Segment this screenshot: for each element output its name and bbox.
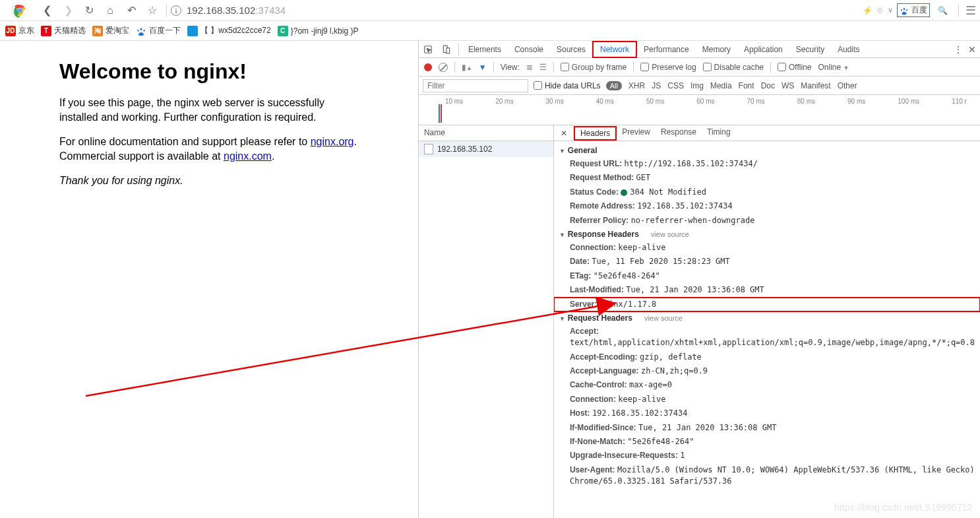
devtools-more-icon[interactable]: ⋮ (954, 44, 963, 55)
forward-button[interactable]: ❯ (58, 1, 78, 20)
clear-button[interactable] (439, 63, 448, 72)
header-row: Request URL: http://192.168.35.102:37434… (554, 157, 980, 171)
bookmark-label: 【 】wx5d2c2cce72 (200, 25, 271, 36)
section-request-headers[interactable]: Request Headersview source (554, 311, 980, 325)
close-detail-icon[interactable]: ✕ (557, 129, 571, 138)
network-timeline[interactable]: 10 ms20 ms30 ms40 ms50 ms60 ms70 ms80 ms… (419, 95, 980, 125)
detail-tab-preview[interactable]: Preview (617, 126, 656, 141)
filter-input[interactable] (423, 79, 528, 92)
page-paragraph-1: If you see this page, the nginx web serv… (59, 96, 359, 124)
header-row: If-Modified-Since: Tue, 21 Jan 2020 13:3… (554, 421, 980, 435)
device-icon[interactable] (437, 45, 456, 54)
view-waterfall-icon[interactable]: ☰ (539, 63, 547, 72)
header-row: Accept: text/html,application/xhtml+xml,… (554, 325, 980, 350)
detail-tab-headers[interactable]: Headers (574, 126, 617, 141)
browser-logo (4, 1, 36, 20)
url-port: :37434 (255, 5, 286, 16)
devtools-close-icon[interactable]: ✕ (968, 44, 976, 55)
filter-type-ws[interactable]: WS (781, 81, 794, 90)
back-button[interactable]: ❮ (37, 1, 57, 20)
bookmark-item[interactable]: C}?om -jinj9 l,kbig )P (278, 26, 359, 36)
header-row: User-Agent: Mozilla/5.0 (Windows NT 10.0… (554, 463, 980, 489)
throttle-select[interactable]: Online ▼ (818, 63, 849, 72)
tab-audits[interactable]: Audits (831, 41, 866, 58)
disable-cache-checkbox[interactable]: Disable cache (703, 63, 764, 72)
tab-application[interactable]: Application (737, 41, 789, 58)
bookmark-item[interactable]: JD京东 (5, 25, 34, 36)
star-button[interactable]: ☆ (142, 1, 162, 20)
bookmark-item[interactable]: 淘爱淘宝 (92, 25, 129, 36)
tab-elements[interactable]: Elements (462, 41, 508, 58)
site-info-icon[interactable]: i (171, 5, 181, 16)
preserve-log-checkbox[interactable]: Preserve log (640, 63, 696, 72)
header-row: Status Code: 304 Not Modified (554, 185, 980, 199)
reload-button[interactable]: ↻ (79, 1, 99, 20)
tab-memory[interactable]: Memory (696, 41, 737, 58)
chevron-down-icon[interactable]: ∨ (888, 6, 893, 15)
search-icon[interactable]: 🔍 (938, 6, 948, 15)
bookmark-icon: JD (5, 26, 16, 36)
filter-type-media[interactable]: Media (710, 81, 732, 90)
filter-type-css[interactable]: CSS (667, 81, 684, 90)
request-row[interactable]: 192.168.35.102 (419, 141, 553, 157)
svg-rect-6 (446, 48, 450, 53)
filter-type-img[interactable]: Img (690, 81, 704, 90)
view-source-link[interactable]: view source (644, 314, 683, 322)
filter-type-doc[interactable]: Doc (761, 81, 775, 90)
offline-checkbox[interactable]: Offline (778, 63, 811, 72)
header-row: Connection: keep-alive (554, 241, 980, 255)
header-row: ETag: "5e26fe48-264" (554, 269, 980, 283)
filter-type-all[interactable]: All (606, 81, 622, 90)
inspect-icon[interactable] (419, 45, 437, 54)
header-row: Request Method: GET (554, 171, 980, 185)
hide-data-urls-checkbox[interactable]: Hide data URLs (534, 81, 601, 90)
detail-tab-response[interactable]: Response (656, 126, 702, 141)
page-thank-you: Thank you for using nginx. (59, 174, 359, 188)
view-source-link[interactable]: view source (651, 230, 689, 238)
bookmark-label: 京东 (18, 25, 34, 36)
bookmark-icon (136, 26, 146, 36)
filter-type-other[interactable]: Other (838, 81, 857, 90)
group-by-frame-checkbox[interactable]: Group by frame (561, 63, 627, 72)
link-nginx-org[interactable]: nginx.org (311, 136, 354, 147)
tab-sources[interactable]: Sources (550, 41, 592, 58)
status-dot-icon (621, 189, 627, 196)
bookmark-label: 百度一下 (149, 25, 181, 36)
filter-type-manifest[interactable]: Manifest (801, 81, 830, 90)
browser-toolbar: ❮ ❯ ↻ ⌂ ↶ ☆ i 192.168.35.102:37434 ⚡ ☆ ∨… (0, 0, 980, 21)
view-large-icon[interactable]: ≣ (526, 63, 533, 72)
record-button[interactable] (424, 63, 432, 71)
filter-type-font[interactable]: Font (739, 81, 754, 90)
bookmark-label: 天猫精选 (54, 25, 86, 36)
filter-type-xhr[interactable]: XHR (628, 81, 645, 90)
page-title: Welcome to nginx! (59, 59, 359, 84)
timeline-marker-load (441, 104, 442, 123)
camera-icon[interactable]: ▮▲ (462, 63, 472, 72)
search-engine-selector[interactable]: 百度 (897, 3, 930, 17)
link-nginx-com[interactable]: nginx.com (224, 150, 272, 162)
menu-icon[interactable]: ☰ (965, 3, 976, 18)
separator (958, 5, 959, 16)
bookmark-icon: 淘 (92, 26, 103, 36)
section-response-headers[interactable]: Response Headersview source (554, 228, 980, 241)
tab-performance[interactable]: Performance (637, 41, 696, 58)
tab-security[interactable]: Security (789, 41, 831, 58)
filter-icon[interactable]: ▼ (479, 63, 487, 72)
section-general[interactable]: General (554, 144, 980, 157)
header-row: Cache-Control: max-age=0 (554, 378, 980, 392)
detail-tab-timing[interactable]: Timing (702, 126, 736, 141)
header-row: Date: Tue, 11 Feb 2020 15:28:23 GMT (554, 255, 980, 269)
filter-type-js[interactable]: JS (652, 81, 661, 90)
network-filter-bar: Hide data URLs AllXHRJSCSSImgMediaFontDo… (419, 77, 980, 95)
bookmark-star-icon[interactable]: ☆ (876, 6, 884, 15)
undo-button[interactable]: ↶ (121, 1, 141, 20)
bookmark-item[interactable]: 百度一下 (136, 25, 181, 36)
bookmark-item[interactable]: T天猫精选 (41, 25, 86, 36)
tab-network[interactable]: Network (592, 41, 637, 58)
bookmark-item[interactable]: 【 】wx5d2c2cce72 (187, 25, 271, 36)
flash-icon[interactable]: ⚡ (863, 6, 873, 15)
home-button[interactable]: ⌂ (100, 1, 120, 20)
tab-console[interactable]: Console (508, 41, 550, 58)
address-bar[interactable]: 192.168.35.102:37434 (187, 5, 286, 16)
devtools-panel: ElementsConsoleSourcesNetworkPerformance… (418, 41, 980, 518)
